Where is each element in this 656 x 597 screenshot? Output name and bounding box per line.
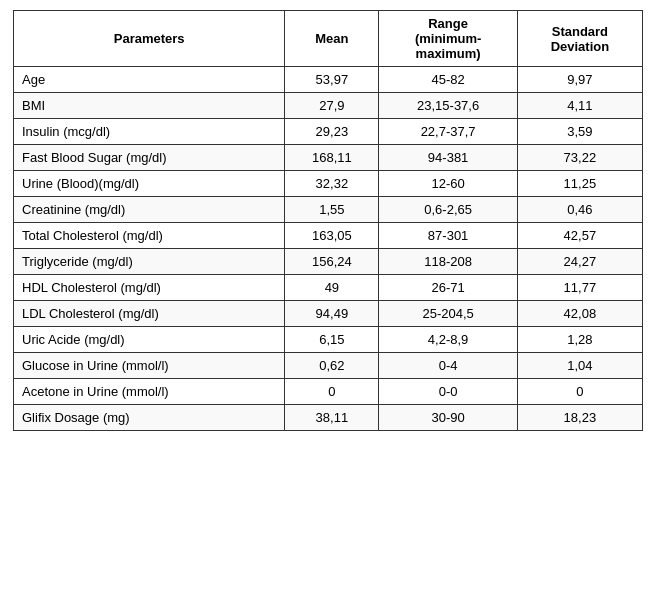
cell-parameter: Creatinine (mg/dl): [14, 197, 285, 223]
table-row: HDL Cholesterol (mg/dl)4926-7111,77: [14, 275, 643, 301]
cell-range: 0,6-2,65: [379, 197, 517, 223]
cell-mean: 53,97: [285, 67, 379, 93]
cell-parameter: Fast Blood Sugar (mg/dl): [14, 145, 285, 171]
col-header-stddev: StandardDeviation: [517, 11, 642, 67]
cell-parameter: Total Cholesterol (mg/dl): [14, 223, 285, 249]
cell-range: 0-4: [379, 353, 517, 379]
cell-mean: 168,11: [285, 145, 379, 171]
table-row: Total Cholesterol (mg/dl)163,0587-30142,…: [14, 223, 643, 249]
cell-range: 26-71: [379, 275, 517, 301]
cell-parameter: Uric Acide (mg/dl): [14, 327, 285, 353]
cell-mean: 27,9: [285, 93, 379, 119]
table-row: Acetone in Urine (mmol/l)00-00: [14, 379, 643, 405]
cell-mean: 49: [285, 275, 379, 301]
cell-stddev: 11,77: [517, 275, 642, 301]
cell-stddev: 3,59: [517, 119, 642, 145]
cell-stddev: 1,28: [517, 327, 642, 353]
cell-stddev: 11,25: [517, 171, 642, 197]
cell-range: 94-381: [379, 145, 517, 171]
col-header-range: Range(minimum-maximum): [379, 11, 517, 67]
table-row: Age53,9745-829,97: [14, 67, 643, 93]
cell-stddev: 9,97: [517, 67, 642, 93]
cell-range: 25-204,5: [379, 301, 517, 327]
cell-stddev: 73,22: [517, 145, 642, 171]
cell-mean: 0: [285, 379, 379, 405]
cell-stddev: 0,46: [517, 197, 642, 223]
table-row: Triglyceride (mg/dl)156,24118-20824,27: [14, 249, 643, 275]
cell-range: 45-82: [379, 67, 517, 93]
table-row: Glucose in Urine (mmol/l)0,620-41,04: [14, 353, 643, 379]
cell-mean: 29,23: [285, 119, 379, 145]
cell-mean: 94,49: [285, 301, 379, 327]
cell-range: 87-301: [379, 223, 517, 249]
table-row: Uric Acide (mg/dl)6,154,2-8,91,28: [14, 327, 643, 353]
cell-stddev: 24,27: [517, 249, 642, 275]
cell-parameter: Glifix Dosage (mg): [14, 405, 285, 431]
cell-parameter: Triglyceride (mg/dl): [14, 249, 285, 275]
cell-range: 23,15-37,6: [379, 93, 517, 119]
cell-range: 4,2-8,9: [379, 327, 517, 353]
cell-range: 22,7-37,7: [379, 119, 517, 145]
cell-range: 30-90: [379, 405, 517, 431]
data-table: Parameters Mean Range(minimum-maximum) S…: [13, 10, 643, 431]
cell-parameter: Glucose in Urine (mmol/l): [14, 353, 285, 379]
cell-stddev: 42,08: [517, 301, 642, 327]
cell-range: 12-60: [379, 171, 517, 197]
cell-parameter: HDL Cholesterol (mg/dl): [14, 275, 285, 301]
table-row: Urine (Blood)(mg/dl)32,3212-6011,25: [14, 171, 643, 197]
cell-range: 118-208: [379, 249, 517, 275]
cell-stddev: 0: [517, 379, 642, 405]
cell-range: 0-0: [379, 379, 517, 405]
cell-parameter: Urine (Blood)(mg/dl): [14, 171, 285, 197]
cell-mean: 1,55: [285, 197, 379, 223]
cell-parameter: BMI: [14, 93, 285, 119]
cell-parameter: Age: [14, 67, 285, 93]
cell-mean: 6,15: [285, 327, 379, 353]
cell-parameter: Acetone in Urine (mmol/l): [14, 379, 285, 405]
table-row: Glifix Dosage (mg)38,1130-9018,23: [14, 405, 643, 431]
cell-parameter: Insulin (mcg/dl): [14, 119, 285, 145]
cell-mean: 163,05: [285, 223, 379, 249]
cell-parameter: LDL Cholesterol (mg/dl): [14, 301, 285, 327]
cell-mean: 38,11: [285, 405, 379, 431]
table-row: LDL Cholesterol (mg/dl)94,4925-204,542,0…: [14, 301, 643, 327]
cell-stddev: 4,11: [517, 93, 642, 119]
cell-mean: 32,32: [285, 171, 379, 197]
table-row: Creatinine (mg/dl)1,550,6-2,650,46: [14, 197, 643, 223]
table-row: BMI27,923,15-37,64,11: [14, 93, 643, 119]
cell-stddev: 1,04: [517, 353, 642, 379]
cell-mean: 156,24: [285, 249, 379, 275]
table-row: Fast Blood Sugar (mg/dl)168,1194-38173,2…: [14, 145, 643, 171]
col-header-mean: Mean: [285, 11, 379, 67]
cell-mean: 0,62: [285, 353, 379, 379]
cell-stddev: 42,57: [517, 223, 642, 249]
cell-stddev: 18,23: [517, 405, 642, 431]
col-header-parameters: Parameters: [14, 11, 285, 67]
table-row: Insulin (mcg/dl)29,2322,7-37,73,59: [14, 119, 643, 145]
